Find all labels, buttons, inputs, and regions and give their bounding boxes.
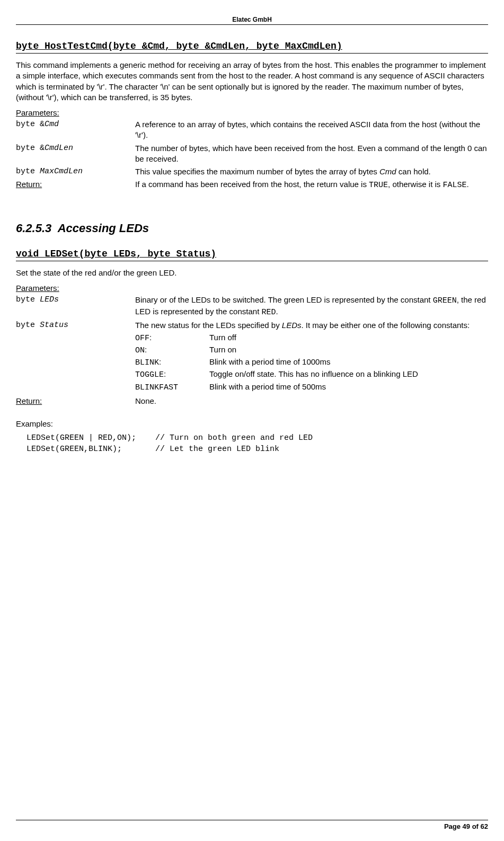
- return-row: Return: If a command has been received f…: [16, 178, 488, 192]
- param-desc: The number of bytes, which have been rec…: [135, 142, 488, 166]
- return-row: Return: None.: [16, 395, 488, 408]
- ledset-params: byte LEDs Binary or of the LEDs to be sw…: [16, 294, 488, 408]
- param-name: CmdLen: [45, 144, 73, 153]
- param-name-prefix: byte &: [16, 120, 45, 129]
- param-name-prefix: byte: [16, 167, 40, 176]
- return-label: Return:: [16, 395, 135, 408]
- section-number: 6.2.5.3: [16, 222, 51, 235]
- ledset-signature: void LEDSet(byte LEDs, byte Status): [16, 249, 488, 261]
- return-desc: If a command has been received from the …: [135, 178, 488, 192]
- param-name-prefix: byte: [16, 295, 40, 304]
- header-company: Elatec GmbH: [16, 16, 488, 25]
- param-row: byte LEDs Binary or of the LEDs to be sw…: [16, 294, 488, 320]
- param-name: Cmd: [45, 120, 59, 129]
- return-label: Return:: [16, 178, 135, 192]
- ledset-desc: Set the state of the red and/or the gree…: [16, 268, 488, 278]
- param-desc: Binary or of the LEDs to be switched. Th…: [135, 294, 488, 320]
- parameters-label: Parameters:: [16, 108, 488, 117]
- param-desc: This value specifies the maximum number …: [135, 165, 488, 178]
- parameters-label: Parameters:: [16, 284, 488, 293]
- param-desc: The new status for the LEDs specified by…: [135, 319, 488, 395]
- page-footer: Page 49 of 62: [16, 820, 488, 830]
- return-desc: None.: [135, 395, 488, 408]
- param-name: MaxCmdLen: [40, 167, 83, 176]
- ledset-example-code: LEDSet(GREEN | RED,ON); // Turn on both …: [26, 432, 488, 455]
- param-name-prefix: byte &: [16, 144, 45, 153]
- param-name-prefix: byte: [16, 321, 40, 330]
- param-row: byte MaxCmdLen This value specifies the …: [16, 165, 488, 178]
- section-heading: 6.2.5.3 Accessing LEDs: [16, 222, 488, 235]
- param-row: byte Status The new status for the LEDs …: [16, 319, 488, 395]
- host-test-cmd-signature: byte HostTestCmd(byte &Cmd, byte &CmdLen…: [16, 41, 488, 54]
- param-row: byte &Cmd A reference to an array of byt…: [16, 118, 488, 142]
- param-row: byte &CmdLen The number of bytes, which …: [16, 142, 488, 166]
- param-name: LEDs: [40, 295, 59, 304]
- examples-label: Examples:: [16, 419, 488, 428]
- section-title: Accessing LEDs: [58, 222, 149, 235]
- status-constants-table: OFF:Turn off ON:Turn on BLINK:Blink with…: [135, 332, 418, 394]
- param-desc: A reference to an array of bytes, which …: [135, 118, 488, 142]
- host-test-cmd-params: byte &Cmd A reference to an array of byt…: [16, 118, 488, 192]
- param-name: Status: [40, 321, 68, 330]
- host-test-cmd-desc: This command implements a generic method…: [16, 60, 488, 103]
